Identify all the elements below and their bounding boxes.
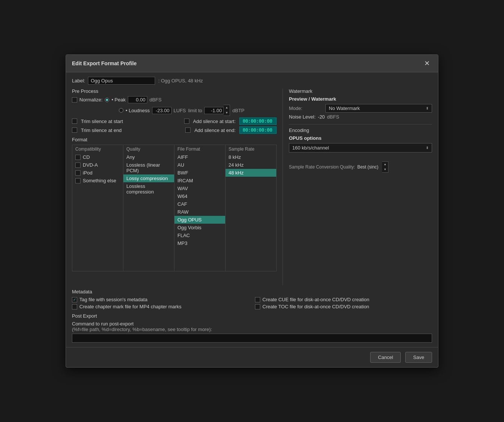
peak-label: • Peak <box>111 97 126 103</box>
peak-radio[interactable] <box>105 98 109 102</box>
meta-cb-1[interactable] <box>72 297 77 302</box>
cancel-button[interactable]: Cancel <box>370 352 401 363</box>
preprocess-title: Pre Process <box>72 88 277 94</box>
quality-lossless-comp[interactable]: Lossless compression <box>123 182 174 196</box>
src-label: Sample Rate Conversion Quality: <box>289 164 355 170</box>
fmt-aiff[interactable]: AIFF <box>174 153 225 161</box>
post-cmd-input[interactable] <box>72 334 432 343</box>
compatibility-col: Compatibility CD DVD-A iPo <box>72 145 123 271</box>
compat-cd[interactable]: CD <box>72 153 123 161</box>
fmt-au[interactable]: AU <box>174 161 225 169</box>
opus-bitrate-dropdown[interactable]: 160 kb/s/channel ⬍ <box>289 143 432 152</box>
add-start-label: Add silence at start: <box>193 119 236 124</box>
post-cmd-label: Command to run post-export <box>72 321 432 327</box>
watermark-mode-value: No Watermark <box>329 106 360 111</box>
left-column: Pre Process Normalize: • Peak dBFS <box>72 88 283 285</box>
label-row: Label: : Ogg OPUS, 48 kHz <box>72 77 432 85</box>
trim-start-label: Trim silence at start <box>81 119 123 124</box>
title-bar: Edit Export Format Profile ✕ <box>66 55 438 72</box>
meta-item-4: Create TOC file for disk-at-once CD/DVD … <box>255 304 432 309</box>
fmt-ircam[interactable]: IRCAM <box>174 177 225 185</box>
label-desc: : Ogg OPUS, 48 kHz <box>158 78 203 84</box>
quality-lossy[interactable]: Lossy compression <box>123 174 174 182</box>
preprocess-section: Pre Process Normalize: • Peak dBFS <box>72 88 277 134</box>
sample-rate-col: Sample Rate 8 kHz 24 kHz 48 kHz <box>226 145 276 271</box>
limit-value-input[interactable] <box>204 107 224 114</box>
encoding-title: Encoding <box>289 127 432 133</box>
limit-up[interactable]: ▲ <box>224 105 230 110</box>
trim-start-checkbox[interactable] <box>72 119 77 124</box>
fmt-wav[interactable]: WAV <box>174 185 225 192</box>
save-button[interactable]: Save <box>405 352 432 363</box>
normalize-peak-row: Normalize: • Peak dBFS <box>72 96 277 103</box>
limit-spinner: ▲ ▼ <box>204 105 230 116</box>
metadata-section: Metadata Tag file with session's metadat… <box>72 289 432 309</box>
trim-end-label: Trim silence at end <box>81 127 122 133</box>
dvda-checkbox[interactable] <box>75 163 81 168</box>
limit-down[interactable]: ▼ <box>224 110 230 116</box>
dialog-footer: Cancel Save <box>66 347 438 367</box>
fmt-flac[interactable]: FLAC <box>174 232 225 239</box>
noise-value: -20 <box>318 114 325 120</box>
fmt-ogg-vorbis[interactable]: Ogg Vorbis <box>174 224 225 232</box>
add-start-time[interactable] <box>239 117 277 125</box>
src-up[interactable]: ▲ <box>382 162 388 167</box>
watermark-title: Watermark <box>289 88 432 94</box>
fmt-w64[interactable]: W64 <box>174 192 225 200</box>
compat-ipod[interactable]: iPod <box>72 169 123 177</box>
metadata-grid: Tag file with session's metadata Create … <box>72 297 432 309</box>
noise-unit: dBFS <box>327 114 339 120</box>
meta-cb-2[interactable] <box>72 304 77 309</box>
quality-any[interactable]: Any <box>123 153 174 161</box>
post-export-section: Post Export Command to run post-export (… <box>72 313 432 343</box>
trim-end-checkbox[interactable] <box>72 127 77 133</box>
something-checkbox[interactable] <box>75 178 81 183</box>
loudness-value-input[interactable] <box>152 107 171 114</box>
compat-something[interactable]: Something else <box>72 177 123 185</box>
add-end-checkbox[interactable] <box>185 127 190 133</box>
noise-row: Noise Level: -20 dBFS <box>289 114 432 120</box>
compat-dvda[interactable]: DVD-A <box>72 161 123 169</box>
watermark-section: Watermark Preview / Watermark Mode: No W… <box>289 88 432 120</box>
cd-checkbox[interactable] <box>75 155 81 160</box>
fmt-bwf[interactable]: BWF <box>174 169 225 177</box>
sr-48khz[interactable]: 48 kHz <box>226 169 276 177</box>
post-cmd-desc: (%f=file path, %d=directory, %b=basename… <box>72 327 432 332</box>
fmt-mp3[interactable]: MP3 <box>174 239 225 247</box>
preview-watermark-label: Preview / Watermark <box>289 96 432 102</box>
src-arrows[interactable]: ▲ ▼ <box>382 161 388 173</box>
add-end-time[interactable] <box>239 126 277 134</box>
loudness-radio[interactable] <box>119 108 123 113</box>
meta-cb-3[interactable] <box>255 297 260 302</box>
metadata-title: Metadata <box>72 289 432 295</box>
watermark-mode-dropdown[interactable]: No Watermark ⬍ <box>325 104 432 113</box>
sr-8khz[interactable]: 8 kHz <box>226 153 276 161</box>
fmt-raw[interactable]: RAW <box>174 208 225 216</box>
meta-label-3: Create CUE file for disk-at-once CD/DVD … <box>262 297 369 302</box>
limit-arrows[interactable]: ▲ ▼ <box>224 105 230 116</box>
peak-unit: dBFS <box>149 97 162 103</box>
meta-cb-4[interactable] <box>255 304 260 309</box>
quality-col: Quality Any Lossless (linear PCM) Lossy … <box>123 145 174 271</box>
trim-end-row: Trim silence at end Add silence at end: <box>72 126 277 134</box>
file-format-header: File Format <box>174 146 225 153</box>
src-down[interactable]: ▼ <box>382 167 388 172</box>
loudness-label: • Loudness <box>126 108 150 113</box>
fmt-ogg-opus[interactable]: Ogg OPUS <box>174 216 225 224</box>
normalize-loudness-row: • Loudness LUFS limit to ▲ ▼ dBTP <box>72 105 277 116</box>
main-two-col: Pre Process Normalize: • Peak dBFS <box>72 88 432 285</box>
edit-export-dialog: Edit Export Format Profile ✕ Label: : Og… <box>66 54 438 368</box>
watermark-mode-row: Mode: No Watermark ⬍ <box>289 104 432 113</box>
quality-header: Quality <box>123 146 174 153</box>
limit-label: limit to <box>188 108 202 113</box>
sr-24khz[interactable]: 24 kHz <box>226 161 276 169</box>
add-start-checkbox[interactable] <box>184 119 189 124</box>
label-input[interactable] <box>88 77 155 85</box>
normalize-checkbox[interactable] <box>72 97 77 103</box>
quality-lossless-linear[interactable]: Lossless (linear PCM) <box>123 161 174 174</box>
close-button[interactable]: ✕ <box>422 59 432 68</box>
fmt-caf[interactable]: CAF <box>174 200 225 208</box>
meta-label-1: Tag file with session's metadata <box>79 297 147 302</box>
ipod-checkbox[interactable] <box>75 170 81 176</box>
peak-value-input[interactable] <box>128 96 147 103</box>
